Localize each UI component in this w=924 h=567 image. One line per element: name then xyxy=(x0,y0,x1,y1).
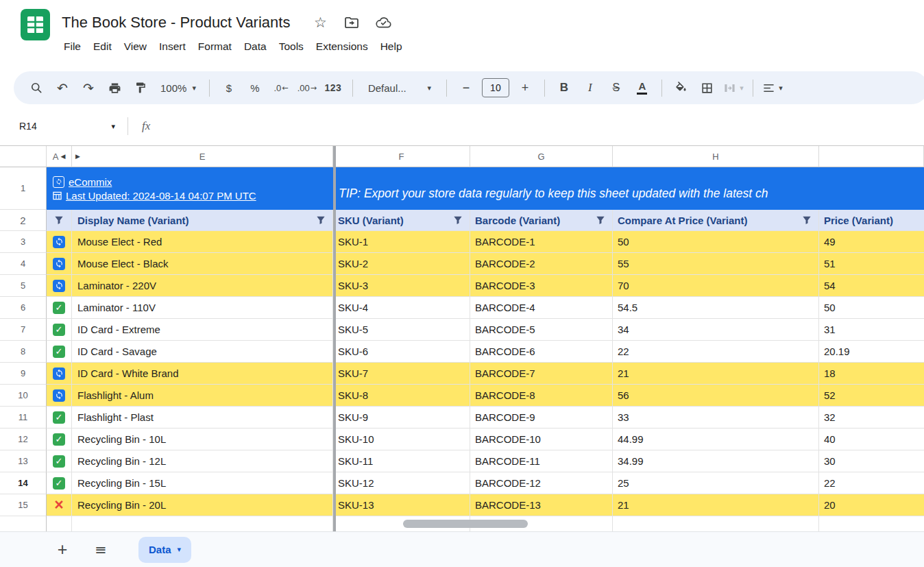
status-cell[interactable]: ✓ xyxy=(47,407,72,429)
status-cell[interactable]: ✓ xyxy=(47,341,72,363)
display-name-cell[interactable]: Recycling Bin - 10L xyxy=(72,429,333,450)
font-size-input[interactable]: 10 xyxy=(482,78,509,97)
add-sheet-button[interactable]: + xyxy=(52,540,73,560)
barcode-cell[interactable]: BARCODE-1 xyxy=(470,231,613,253)
menu-view[interactable]: View xyxy=(118,37,153,56)
price-cell[interactable]: 20.19 xyxy=(819,341,924,363)
price-cell[interactable]: 22 xyxy=(819,472,924,494)
price-cell[interactable]: 18 xyxy=(819,363,924,385)
empty-cell[interactable] xyxy=(47,516,72,531)
ecommix-link[interactable]: eCommix xyxy=(69,176,112,188)
status-cell[interactable]: ✓ xyxy=(47,472,72,494)
move-folder-icon[interactable] xyxy=(342,13,361,32)
compare-at-price-cell[interactable]: 25 xyxy=(613,472,819,494)
all-sheets-menu-icon[interactable]: ≡ xyxy=(90,540,111,560)
display-name-cell[interactable]: ID Card - White Brand xyxy=(72,363,333,385)
barcode-cell[interactable]: BARCODE-12 xyxy=(470,472,613,494)
text-color-button[interactable]: A xyxy=(632,77,653,99)
price-cell[interactable]: 32 xyxy=(819,407,924,429)
sku-cell[interactable]: SKU-3 xyxy=(333,275,470,297)
compare-at-price-cell[interactable]: 54.5 xyxy=(613,297,819,319)
price-cell[interactable]: 20 xyxy=(819,494,924,516)
row-header[interactable]: 10 xyxy=(0,385,47,407)
row-header[interactable]: 13 xyxy=(0,450,47,472)
row-header[interactable]: 1 xyxy=(0,167,47,210)
compare-at-price-cell[interactable]: 21 xyxy=(613,494,819,516)
sku-cell[interactable]: SKU-9 xyxy=(333,407,470,429)
last-updated-link[interactable]: Last Updated: 2024-08-14 04:07 PM UTC xyxy=(66,190,256,202)
display-name-cell[interactable]: Laminator - 110V xyxy=(72,297,333,319)
barcode-cell[interactable]: BARCODE-8 xyxy=(470,385,613,407)
sku-cell[interactable]: SKU-13 xyxy=(333,494,470,516)
bold-button[interactable]: B xyxy=(554,77,574,99)
status-cell[interactable]: ✓ xyxy=(47,429,72,450)
column-header-e[interactable]: ▶ E xyxy=(72,146,333,167)
decrease-font-size-button[interactable]: − xyxy=(456,77,476,99)
header-barcode-cell[interactable]: Barcode (Variant) xyxy=(470,210,613,231)
sku-cell[interactable]: SKU-12 xyxy=(333,472,470,494)
banner-tip-cell[interactable]: TIP: Export your store data regularly to… xyxy=(333,167,924,210)
sku-cell[interactable]: SKU-8 xyxy=(333,385,470,407)
row-header[interactable]: 4 xyxy=(0,253,47,275)
status-cell[interactable] xyxy=(47,231,72,253)
menu-data[interactable]: Data xyxy=(238,37,273,56)
barcode-cell[interactable]: BARCODE-7 xyxy=(470,363,613,385)
barcode-cell[interactable]: BARCODE-9 xyxy=(470,407,613,429)
row-header[interactable]: 11 xyxy=(0,407,47,429)
collapse-columns-icon[interactable]: ◀ xyxy=(60,153,65,160)
italic-button[interactable]: I xyxy=(580,77,600,99)
redo-button[interactable]: ↷ xyxy=(78,77,99,99)
barcode-cell[interactable]: BARCODE-2 xyxy=(470,253,613,275)
row-header[interactable] xyxy=(0,516,47,531)
status-cell[interactable] xyxy=(47,275,72,297)
filter-icon[interactable] xyxy=(453,215,463,225)
row-header[interactable]: 9 xyxy=(0,363,47,385)
barcode-cell[interactable]: BARCODE-3 xyxy=(470,275,613,297)
menu-insert[interactable]: Insert xyxy=(153,37,192,56)
decrease-decimal-button[interactable]: .0← xyxy=(271,77,291,99)
expand-hidden-columns-icon[interactable]: ▶ xyxy=(75,153,80,160)
barcode-cell[interactable]: BARCODE-13 xyxy=(470,494,613,516)
display-name-cell[interactable]: Recycling Bin - 15L xyxy=(72,472,333,494)
search-icon[interactable] xyxy=(26,77,47,99)
status-cell[interactable] xyxy=(47,385,72,407)
format-currency-button[interactable]: $ xyxy=(219,77,239,99)
select-all-corner[interactable] xyxy=(0,146,47,167)
status-cell[interactable] xyxy=(47,363,72,385)
display-name-cell[interactable]: Flashlight - Plast xyxy=(72,407,333,429)
compare-at-price-cell[interactable]: 44.99 xyxy=(613,429,819,450)
frozen-pane-divider[interactable] xyxy=(333,146,336,531)
sku-cell[interactable]: SKU-11 xyxy=(333,450,470,472)
status-cell[interactable]: ✓ xyxy=(47,319,72,341)
row-header[interactable]: 7 xyxy=(0,319,47,341)
row-header[interactable]: 15 xyxy=(0,494,47,516)
increase-decimal-button[interactable]: .00→ xyxy=(297,77,317,99)
price-cell[interactable]: 40 xyxy=(819,429,924,450)
borders-button[interactable] xyxy=(697,77,718,99)
zoom-select[interactable]: 100%▾ xyxy=(156,77,200,99)
sheets-logo-icon[interactable] xyxy=(21,9,50,40)
fill-color-button[interactable] xyxy=(671,77,692,99)
display-name-cell[interactable]: Laminator - 220V xyxy=(72,275,333,297)
more-number-formats-button[interactable]: 123 xyxy=(323,77,343,99)
print-button[interactable] xyxy=(104,77,125,99)
compare-at-price-cell[interactable]: 55 xyxy=(613,253,819,275)
row-header[interactable]: 2 xyxy=(0,210,47,231)
sku-cell[interactable]: SKU-7 xyxy=(333,363,470,385)
name-box[interactable]: R14 ▾ xyxy=(0,121,115,132)
compare-at-price-cell[interactable]: 33 xyxy=(613,407,819,429)
price-cell[interactable]: 31 xyxy=(819,319,924,341)
display-name-cell[interactable]: Mouse Elect - Black xyxy=(72,253,333,275)
empty-cell[interactable] xyxy=(819,516,924,531)
column-header-h[interactable]: H xyxy=(613,146,819,167)
display-name-cell[interactable]: ID Card - Savage xyxy=(72,341,333,363)
horizontal-scrollbar[interactable] xyxy=(403,520,528,528)
menu-help[interactable]: Help xyxy=(374,37,409,56)
empty-cell[interactable] xyxy=(72,516,333,531)
menu-extensions[interactable]: Extensions xyxy=(310,37,374,56)
filter-icon[interactable] xyxy=(316,215,326,225)
header-compare-at-price-cell[interactable]: Compare At Price (Variant) xyxy=(613,210,819,231)
column-header-g[interactable]: G xyxy=(470,146,613,167)
price-cell[interactable]: 49 xyxy=(819,231,924,253)
document-title[interactable]: The Book Store - Product Variants xyxy=(62,14,290,32)
